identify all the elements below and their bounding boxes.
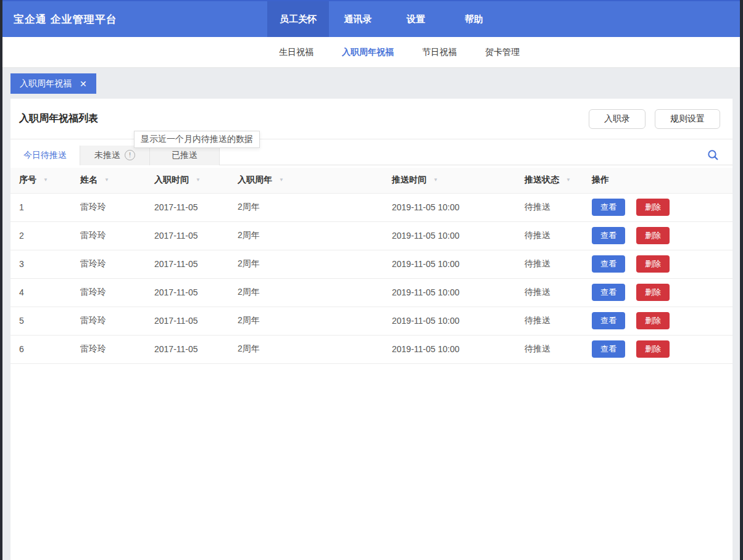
table-row: 1 雷玲玲 2017-11-05 2周年 2019-11-05 10:00 待推…	[10, 193, 733, 221]
table-row: 2 雷玲玲 2017-11-05 2周年 2019-11-05 10:00 待推…	[10, 221, 733, 250]
window-edge-left	[0, 0, 2, 560]
sort-caret-icon: ▼	[43, 177, 48, 183]
delete-button[interactable]: 删除	[636, 312, 670, 329]
filter-tab-label: 已推送	[172, 150, 197, 161]
top-nav-item-1[interactable]: 通讯录	[329, 1, 387, 37]
delete-button[interactable]: 删除	[636, 284, 670, 301]
view-button[interactable]: 查看	[592, 255, 625, 273]
delete-button[interactable]: 删除	[636, 227, 670, 244]
view-button[interactable]: 查看	[592, 199, 625, 216]
panel-header: 入职周年祝福列表 入职录 规则设置	[10, 99, 733, 139]
cell-name: 雷玲玲	[80, 250, 154, 278]
table-header: 序号 ▼ 姓名 ▼ 入职时间 ▼ 入职周年 ▼ 推送时间 ▼ 推送状态 ▼ 操作	[10, 168, 733, 193]
cell-hire-date: 2017-11-05	[154, 307, 238, 335]
column-header-6: 操作	[592, 168, 733, 193]
filter-tabs-row: 今日待推送 未推送 ! 已推送	[10, 146, 733, 165]
top-navbar: 宝企通 企业管理平台 员工关怀 通讯录 设置 帮助	[0, 0, 743, 37]
table-row: 6 雷玲玲 2017-11-05 2周年 2019-11-05 10:00 待推…	[10, 335, 733, 363]
window-edge-right	[740, 0, 743, 560]
cell-name: 雷玲玲	[80, 193, 154, 221]
sub-nav-item-0[interactable]: 生日祝福	[279, 47, 313, 58]
cell-actions: 查看 删除	[592, 221, 733, 250]
column-header-0[interactable]: 序号 ▼	[10, 168, 80, 193]
sub-nav-item-2[interactable]: 节日祝福	[422, 47, 457, 58]
cell-hire-date: 2017-11-05	[154, 221, 238, 250]
top-nav-item-label: 通讯录	[344, 14, 372, 25]
page-title: 入职周年祝福列表	[19, 112, 98, 125]
tooltip: 显示近一个月内待推送的数据	[134, 131, 260, 148]
cell-status: 待推送	[525, 221, 592, 250]
cell-index: 5	[10, 307, 80, 335]
open-tab-chip-label: 入职周年祝福	[20, 78, 72, 89]
onboard-record-button[interactable]: 入职录	[589, 109, 645, 129]
filter-tab-1[interactable]: 未推送 !	[80, 146, 150, 165]
cell-name: 雷玲玲	[80, 278, 154, 307]
view-button[interactable]: 查看	[592, 227, 625, 244]
table-row: 3 雷玲玲 2017-11-05 2周年 2019-11-05 10:00 待推…	[10, 250, 733, 278]
cell-push-time: 2019-11-05 10:00	[392, 193, 525, 221]
cell-anniversary: 2周年	[238, 221, 392, 250]
filter-tab-label: 今日待推送	[23, 150, 67, 161]
column-header-label: 姓名	[80, 175, 98, 184]
sub-nav-item-1[interactable]: 入职周年祝福	[342, 47, 394, 58]
sub-nav-item-3[interactable]: 贺卡管理	[485, 47, 520, 58]
cell-actions: 查看 删除	[592, 335, 733, 363]
column-header-1[interactable]: 姓名 ▼	[80, 168, 154, 193]
cell-status: 待推送	[525, 193, 592, 221]
view-button[interactable]: 查看	[592, 312, 625, 329]
open-tab-chip[interactable]: 入职周年祝福 ✕	[10, 73, 96, 94]
cell-status: 待推送	[525, 335, 592, 363]
sort-caret-icon: ▼	[279, 177, 284, 183]
close-icon[interactable]: ✕	[80, 80, 87, 88]
cell-hire-date: 2017-11-05	[154, 193, 238, 221]
cell-actions: 查看 删除	[592, 307, 733, 335]
anniversary-table: 序号 ▼ 姓名 ▼ 入职时间 ▼ 入职周年 ▼ 推送时间 ▼ 推送状态 ▼ 操作…	[10, 168, 733, 364]
top-nav: 员工关怀 通讯录 设置 帮助	[267, 1, 503, 37]
delete-button[interactable]: 删除	[636, 340, 670, 358]
top-nav-item-3[interactable]: 帮助	[445, 1, 503, 37]
top-nav-item-label: 帮助	[465, 14, 483, 25]
cell-anniversary: 2周年	[238, 335, 392, 363]
view-button[interactable]: 查看	[592, 284, 625, 301]
cell-name: 雷玲玲	[80, 335, 154, 363]
sort-caret-icon: ▼	[433, 177, 438, 183]
app-title: 宝企通 企业管理平台	[14, 12, 117, 27]
column-header-label: 操作	[592, 175, 609, 184]
delete-button[interactable]: 删除	[636, 199, 670, 216]
column-header-3[interactable]: 入职周年 ▼	[238, 168, 392, 193]
filter-tab-0[interactable]: 今日待推送	[10, 146, 80, 165]
cell-index: 1	[10, 193, 80, 221]
column-header-5[interactable]: 推送状态 ▼	[525, 168, 592, 193]
cell-status: 待推送	[525, 250, 592, 278]
cell-name: 雷玲玲	[80, 307, 154, 335]
cell-push-time: 2019-11-05 10:00	[392, 221, 525, 250]
sort-caret-icon: ▼	[104, 177, 109, 183]
cell-index: 2	[10, 221, 80, 250]
cell-index: 6	[10, 335, 80, 363]
sort-caret-icon: ▼	[566, 177, 571, 183]
rule-settings-button[interactable]: 规则设置	[655, 109, 720, 129]
header-buttons: 入职录 规则设置	[589, 109, 720, 129]
view-button[interactable]: 查看	[592, 340, 625, 358]
anniversary-list-panel: 入职周年祝福列表 入职录 规则设置 显示近一个月内待推送的数据 今日待推送 未推…	[10, 99, 733, 560]
filter-tab-2[interactable]: 已推送	[150, 146, 220, 165]
cell-actions: 查看 删除	[592, 278, 733, 307]
column-header-2[interactable]: 入职时间 ▼	[154, 168, 238, 193]
cell-anniversary: 2周年	[238, 278, 392, 307]
cell-hire-date: 2017-11-05	[154, 335, 238, 363]
column-header-label: 入职时间	[154, 175, 189, 184]
column-header-4[interactable]: 推送时间 ▼	[392, 168, 525, 193]
filter-tab-label: 未推送	[94, 150, 120, 161]
top-nav-item-2[interactable]: 设置	[387, 1, 445, 37]
cell-hire-date: 2017-11-05	[154, 250, 238, 278]
cell-status: 待推送	[525, 278, 592, 307]
cell-name: 雷玲玲	[80, 221, 154, 250]
warning-icon: !	[125, 150, 135, 160]
cell-push-time: 2019-11-05 10:00	[392, 278, 525, 307]
top-nav-item-label: 员工关怀	[280, 14, 317, 25]
top-nav-item-0[interactable]: 员工关怀	[267, 1, 329, 37]
cell-anniversary: 2周年	[238, 193, 392, 221]
table-row: 4 雷玲玲 2017-11-05 2周年 2019-11-05 10:00 待推…	[10, 278, 733, 307]
delete-button[interactable]: 删除	[636, 255, 670, 273]
search-icon[interactable]	[707, 149, 719, 161]
